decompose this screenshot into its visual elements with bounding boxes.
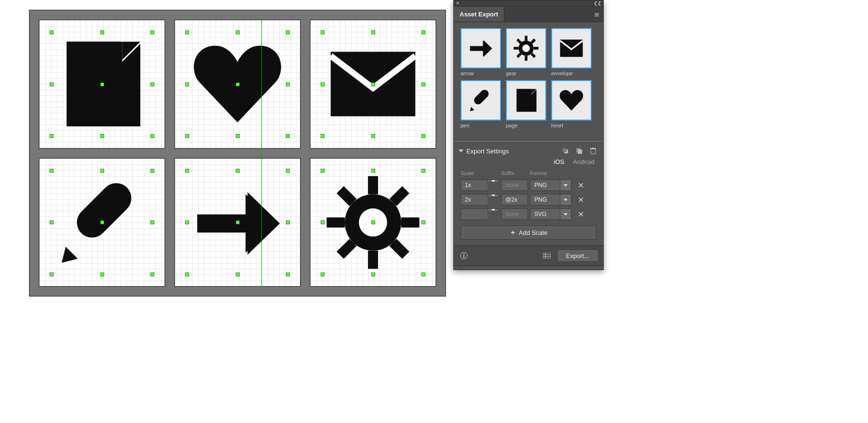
selection-handle[interactable] <box>236 273 240 276</box>
stack-preset-icon[interactable] <box>574 147 585 155</box>
selection-handle[interactable] <box>100 30 104 34</box>
artboard-page[interactable] <box>39 19 165 149</box>
envelope-thumbnail[interactable] <box>551 28 592 68</box>
selection-handle[interactable] <box>50 30 54 34</box>
selection-handle[interactable] <box>100 220 104 224</box>
selection-handle[interactable] <box>150 273 154 276</box>
single-preset-icon[interactable] <box>561 147 571 155</box>
selection-handle[interactable] <box>50 220 54 224</box>
selection-handle[interactable] <box>321 220 325 224</box>
asset-page[interactable]: page <box>506 80 547 128</box>
selection-handle[interactable] <box>421 169 425 173</box>
gear-thumbnail[interactable] <box>506 28 546 68</box>
selection-handle[interactable] <box>185 273 189 276</box>
export-grid-icon[interactable] <box>542 250 552 261</box>
disclosure-triangle-icon[interactable] <box>459 150 463 152</box>
arrow-thumbnail[interactable] <box>461 28 501 68</box>
selection-handle[interactable] <box>185 169 189 173</box>
selection-handle[interactable] <box>236 134 240 138</box>
selection-handle[interactable] <box>150 134 154 138</box>
format-dropdown[interactable]: SVG <box>530 208 571 220</box>
selection-handle[interactable] <box>321 30 325 34</box>
platform-ios[interactable]: iOS <box>554 158 565 165</box>
selection-handle[interactable] <box>371 134 375 138</box>
selection-handle[interactable] <box>150 82 154 86</box>
page-thumbnail[interactable] <box>506 80 546 121</box>
selection-handle[interactable] <box>371 82 375 86</box>
remove-row-icon[interactable]: ✕ <box>573 181 588 190</box>
format-dropdown[interactable]: PNG <box>530 194 571 205</box>
selection-handle[interactable] <box>185 82 189 86</box>
selection-handle[interactable] <box>236 169 240 173</box>
remove-row-icon[interactable]: ✕ <box>573 210 588 219</box>
selection-handle[interactable] <box>100 169 104 173</box>
selection-handle[interactable] <box>321 273 325 276</box>
artboard-arrow[interactable] <box>174 158 301 287</box>
platform-android[interactable]: Android <box>573 158 595 165</box>
selection-handle[interactable] <box>50 134 54 138</box>
selection-handle[interactable] <box>236 30 240 34</box>
artboard-heart[interactable] <box>174 19 301 149</box>
selection-handle[interactable] <box>286 134 290 138</box>
artboard-pen[interactable] <box>39 158 165 287</box>
asset-pen[interactable]: pen <box>461 80 502 128</box>
selection-handle[interactable] <box>150 169 154 173</box>
suffix-field[interactable]: None <box>501 208 528 220</box>
selection-handle[interactable] <box>421 220 425 224</box>
panel-close-icon[interactable]: ✕ <box>456 1 460 6</box>
scale-dropdown[interactable]: 2x <box>461 194 499 205</box>
selection-handle[interactable] <box>185 220 189 224</box>
selection-handle[interactable] <box>50 82 54 86</box>
selection-handle[interactable] <box>371 30 375 34</box>
selection-handle[interactable] <box>286 220 290 224</box>
selection-handle[interactable] <box>371 220 375 224</box>
selection-handle[interactable] <box>50 169 54 173</box>
scale-dropdown[interactable] <box>461 208 499 220</box>
selection-handle[interactable] <box>421 134 425 138</box>
selection-handle[interactable] <box>150 30 154 34</box>
selection-handle[interactable] <box>286 169 290 173</box>
selection-handle[interactable] <box>150 220 154 224</box>
selection-handle[interactable] <box>100 82 104 86</box>
suffix-field[interactable]: None <box>501 179 528 191</box>
selection-handle[interactable] <box>286 273 290 276</box>
selection-handle[interactable] <box>321 169 325 173</box>
selection-handle[interactable] <box>236 82 240 86</box>
selection-handle[interactable] <box>421 273 425 276</box>
selection-handle[interactable] <box>185 134 189 138</box>
selection-handle[interactable] <box>321 134 325 138</box>
asset-gear[interactable]: gear <box>506 28 547 76</box>
remove-row-icon[interactable]: ✕ <box>573 195 588 205</box>
add-scale-button[interactable]: ＋ Add Scale <box>461 225 597 240</box>
asset-arrow[interactable]: arrow <box>461 28 502 76</box>
canvas[interactable] <box>29 10 446 297</box>
delete-preset-icon[interactable] <box>588 147 598 155</box>
suffix-field[interactable]: @2x <box>501 194 528 205</box>
format-dropdown[interactable]: PNG <box>530 179 571 191</box>
export-button[interactable]: Export... <box>557 249 598 262</box>
artboard-gear[interactable] <box>310 158 436 287</box>
selection-handle[interactable] <box>286 30 290 34</box>
selection-handle[interactable] <box>286 82 290 86</box>
panel-collapse-icon[interactable]: ❮❮ <box>594 1 601 6</box>
artboard-envelope[interactable] <box>310 19 436 149</box>
selection-handle[interactable] <box>50 273 54 276</box>
selection-handle[interactable] <box>371 169 375 173</box>
vertical-guide[interactable] <box>261 20 262 287</box>
selection-handle[interactable] <box>100 273 104 276</box>
selection-handle[interactable] <box>321 82 325 86</box>
panel-menu-icon[interactable]: ≣ <box>590 8 603 21</box>
info-icon[interactable] <box>459 250 469 261</box>
asset-envelope[interactable]: envelope <box>551 28 593 76</box>
selection-handle[interactable] <box>100 134 104 138</box>
selection-handle[interactable] <box>236 220 240 224</box>
selection-handle[interactable] <box>421 30 425 34</box>
asset-heart[interactable]: heart <box>551 80 593 128</box>
heart-thumbnail[interactable] <box>551 80 592 121</box>
scale-dropdown[interactable]: 1x <box>461 179 499 191</box>
selection-handle[interactable] <box>371 273 375 276</box>
tab-asset-export[interactable]: Asset Export <box>454 7 504 22</box>
panel-resize-handle[interactable] <box>454 265 603 270</box>
selection-handle[interactable] <box>185 30 189 34</box>
pen-thumbnail[interactable] <box>461 80 501 121</box>
